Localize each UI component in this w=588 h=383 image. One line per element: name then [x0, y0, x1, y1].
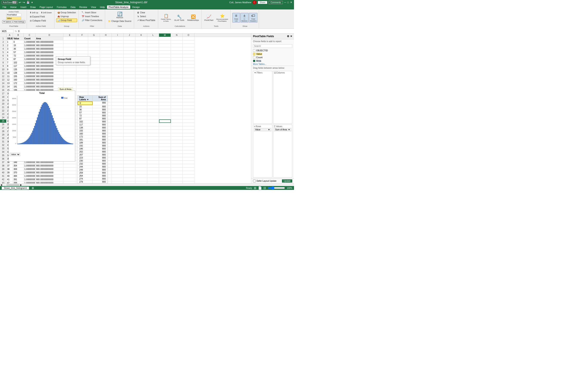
pivot-label-cell[interactable]: 87 [78, 117, 93, 120]
fields-items-sets-button[interactable]: 📋 Fields, Items,& Sets [160, 13, 172, 23]
pivot-value-cell[interactable]: 900 [93, 135, 108, 138]
pivot-label-cell[interactable]: 202 [78, 150, 93, 153]
cell[interactable] [147, 161, 159, 164]
expand-field-button[interactable]: ⊞ Expand Field [29, 15, 46, 19]
cell[interactable] [76, 88, 88, 92]
cell[interactable] [100, 78, 112, 82]
collapse-field-button[interactable]: ⊟ Collapse Field [29, 19, 47, 22]
cell[interactable] [63, 181, 76, 183]
cell[interactable] [88, 51, 100, 54]
cell[interactable]: 900.00000000000 [36, 171, 63, 174]
cell[interactable] [112, 116, 124, 120]
cell[interactable] [135, 113, 147, 116]
zoom-slider[interactable] [268, 186, 285, 190]
pivot-label-cell[interactable]: 279 [78, 181, 93, 183]
cell[interactable] [159, 109, 171, 113]
cell[interactable] [76, 68, 88, 71]
cell[interactable]: 8 [6, 64, 13, 68]
cell[interactable]: 1.00000000000 [24, 78, 36, 82]
pivot-row[interactable]: 172900 [78, 135, 108, 138]
pivot-label-cell[interactable]: 249 [78, 168, 93, 171]
pivot-label-cell[interactable]: 36 [78, 108, 93, 111]
cell[interactable]: 11 [6, 75, 13, 78]
cell[interactable] [183, 168, 194, 171]
cell[interactable] [124, 82, 135, 85]
cell[interactable] [135, 47, 147, 51]
cell[interactable]: 6 [6, 58, 13, 61]
cell[interactable]: 41 [6, 178, 13, 181]
cell[interactable] [159, 75, 171, 78]
cell[interactable] [100, 54, 112, 58]
area-checkbox[interactable] [253, 60, 255, 62]
cell[interactable] [159, 113, 171, 116]
cell[interactable] [135, 82, 147, 85]
cell[interactable] [112, 178, 124, 181]
cell[interactable] [124, 99, 135, 102]
cell[interactable] [124, 75, 135, 78]
cell[interactable] [147, 133, 159, 137]
pivot-row[interactable]: 181900 [78, 138, 108, 141]
cell[interactable] [135, 106, 147, 109]
cell[interactable] [112, 61, 124, 64]
cell[interactable] [76, 44, 88, 47]
cell[interactable]: 1.00000000000 [24, 71, 36, 75]
cell[interactable] [183, 171, 194, 174]
close-icon[interactable]: ✕ [290, 1, 292, 4]
cell[interactable] [124, 164, 135, 168]
cell[interactable] [112, 171, 124, 174]
cell[interactable] [76, 78, 88, 82]
relationships-button[interactable]: 🔀 Relationships [186, 14, 200, 22]
pivot-value-cell[interactable]: 900 [93, 144, 108, 147]
options-button[interactable]: ▼ Options [2, 20, 12, 23]
change-data-source-button[interactable]: 📁 Change Data Source [107, 19, 133, 23]
cell[interactable] [159, 143, 171, 147]
cell[interactable] [147, 51, 159, 54]
cell[interactable] [159, 54, 171, 58]
cell[interactable] [171, 47, 183, 51]
cell[interactable] [171, 68, 183, 71]
cell[interactable]: 172 [13, 82, 24, 85]
cell[interactable] [100, 58, 112, 61]
cell[interactable] [124, 178, 135, 181]
cell[interactable] [135, 102, 147, 106]
cell[interactable] [124, 109, 135, 113]
cell[interactable] [112, 85, 124, 88]
cell[interactable] [147, 92, 159, 95]
cell[interactable] [112, 140, 124, 143]
cell-g1[interactable] [88, 37, 100, 40]
cell[interactable] [76, 82, 88, 85]
cell[interactable] [171, 61, 183, 64]
cell[interactable] [76, 75, 88, 78]
cell[interactable] [171, 64, 183, 68]
drill-down-button[interactable]: ⬇ Drill Down [40, 11, 53, 14]
cell[interactable]: 13 [6, 82, 13, 85]
cell[interactable] [112, 47, 124, 51]
cell[interactable]: 102 [13, 61, 24, 64]
cell[interactable] [183, 181, 194, 183]
cell[interactable] [147, 174, 159, 178]
count-checkbox[interactable] [253, 56, 255, 59]
cell[interactable] [159, 85, 171, 88]
pivot-label-cell[interactable]: 117 [78, 123, 93, 126]
field-count[interactable]: Count [251, 56, 294, 59]
cell[interactable] [159, 116, 171, 120]
cell[interactable] [147, 147, 159, 150]
cell[interactable]: 155 [13, 75, 24, 78]
cell[interactable] [124, 58, 135, 61]
values-field-dropdown[interactable]: ▼ [288, 128, 290, 131]
cell[interactable] [171, 140, 183, 143]
cell[interactable] [124, 130, 135, 133]
cell[interactable] [63, 47, 76, 51]
cell[interactable] [100, 61, 112, 64]
cell[interactable] [159, 71, 171, 75]
save-icon[interactable]: 💾 [26, 1, 30, 4]
cell[interactable] [88, 68, 100, 71]
cell[interactable] [76, 71, 88, 75]
cell[interactable] [112, 113, 124, 116]
cell[interactable] [183, 113, 194, 116]
comments-button[interactable]: Comments [269, 1, 283, 4]
pivot-value-cell[interactable]: 900 [93, 171, 108, 174]
pivot-value-cell[interactable]: 900 [93, 168, 108, 171]
cell[interactable]: 391 [13, 178, 24, 181]
cell[interactable] [124, 54, 135, 58]
